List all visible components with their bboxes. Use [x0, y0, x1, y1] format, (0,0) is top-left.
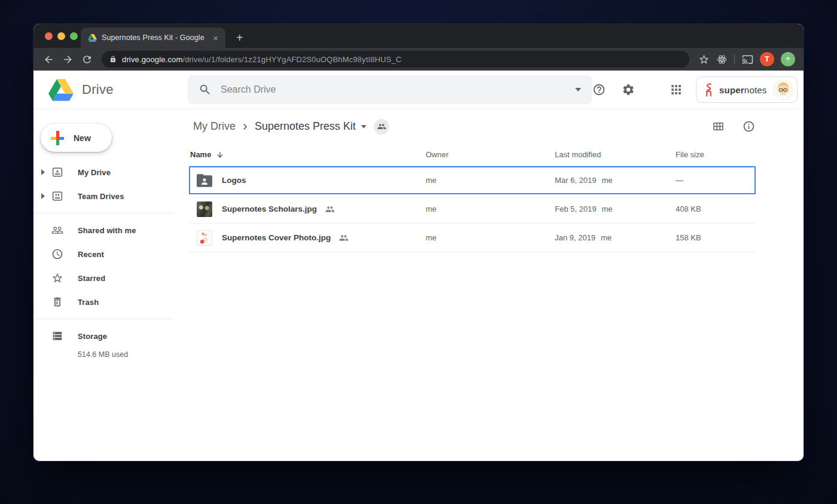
- file-name: Supernotes Cover Photo.jpg: [222, 233, 331, 242]
- shared-with-me-icon: [51, 224, 63, 236]
- sidebar-item-shared-with-me[interactable]: Shared with me: [33, 218, 188, 242]
- reload-button[interactable]: [78, 50, 96, 68]
- cast-icon: [742, 54, 753, 65]
- drive-app: Drive: [33, 71, 804, 461]
- file-size: 158 KB: [676, 233, 756, 242]
- sidebar-item-label: Recent: [78, 250, 104, 259]
- search-bar[interactable]: [188, 75, 592, 104]
- folder-menu-caret-icon[interactable]: [361, 125, 366, 129]
- grid-view-button[interactable]: [711, 120, 725, 134]
- table-row-cover-photo[interactable]: Supernotes Cover Photo.jpg me Jan 9, 201…: [189, 224, 756, 252]
- up-arrow-icon: [784, 56, 792, 63]
- expand-arrow-icon[interactable]: [41, 193, 51, 199]
- tab-strip: Supernotes Press Kit - Google × +: [33, 24, 804, 48]
- drive-brand[interactable]: Drive: [33, 79, 188, 101]
- new-tab-button[interactable]: +: [233, 28, 247, 48]
- column-header-modified[interactable]: Last modified: [555, 150, 676, 159]
- extension-button[interactable]: [713, 51, 730, 68]
- url-text: drive.google.com/drive/u/1/folders/1z21g…: [122, 55, 402, 64]
- sidebar-divider: [33, 319, 173, 319]
- bookmark-button[interactable]: [695, 51, 712, 68]
- toolbar-divider: [734, 54, 735, 65]
- sidebar-item-label: Starred: [78, 274, 105, 283]
- drive-favicon: [88, 34, 97, 42]
- table-row-logos[interactable]: Logos me Mar 6, 2019me —: [189, 166, 756, 195]
- table-row-scholars[interactable]: Supernotes Scholars.jpg me Feb 5, 2019me…: [189, 195, 756, 224]
- app-name: Drive: [82, 82, 114, 97]
- forward-icon: [62, 54, 74, 65]
- file-name: Logos: [222, 176, 246, 185]
- window-zoom-button[interactable]: [70, 32, 78, 40]
- file-name: Supernotes Scholars.jpg: [222, 204, 317, 213]
- supernotes-wordmark: supernotes: [719, 85, 767, 95]
- cast-button[interactable]: [739, 51, 756, 68]
- info-icon: [743, 120, 755, 133]
- file-table: Name Owner Last modified File size: [189, 143, 756, 252]
- storage-usage: 514.6 MB used: [78, 350, 188, 359]
- column-header-owner[interactable]: Owner: [426, 150, 555, 159]
- updater-extension-icon[interactable]: [781, 52, 795, 66]
- user-avatar[interactable]: [773, 80, 793, 100]
- browser-window: Supernotes Press Kit - Google × + drive.…: [33, 24, 804, 461]
- settings-button[interactable]: [621, 83, 636, 97]
- file-browser: My Drive Supernotes Press Kit: [188, 109, 804, 461]
- details-button[interactable]: [741, 120, 756, 134]
- sidebar-item-storage[interactable]: Storage: [33, 324, 188, 348]
- new-button[interactable]: New: [41, 124, 112, 152]
- app-body: New My Drive Team Drives: [33, 109, 804, 461]
- search-options-caret-icon[interactable]: [575, 88, 581, 91]
- back-button[interactable]: [39, 50, 57, 68]
- apps-grid-icon: [670, 83, 683, 96]
- column-header-name[interactable]: Name: [189, 150, 426, 159]
- sidebar-item-label: My Drive: [78, 168, 111, 177]
- window-close-button[interactable]: [45, 32, 53, 40]
- breadcrumb-current[interactable]: Supernotes Press Kit: [255, 120, 356, 133]
- breadcrumb-parent[interactable]: My Drive: [193, 120, 236, 133]
- grid-view-icon: [712, 120, 725, 133]
- sidebar-item-recent[interactable]: Recent: [33, 242, 188, 266]
- sidebar-item-trash[interactable]: Trash: [33, 290, 188, 314]
- column-header-size[interactable]: File size: [676, 150, 756, 159]
- storage-icon: [51, 330, 63, 342]
- expand-arrow-icon[interactable]: [41, 169, 51, 175]
- folder-shared-badge: [374, 119, 389, 135]
- google-apps-button[interactable]: [669, 83, 683, 97]
- forward-button[interactable]: [59, 50, 77, 68]
- new-button-label: New: [74, 133, 91, 143]
- sidebar-item-label: Team Drives: [78, 192, 124, 201]
- back-icon: [43, 54, 54, 65]
- sidebar-item-starred[interactable]: Starred: [33, 266, 188, 290]
- sidebar-item-team-drives[interactable]: Team Drives: [33, 184, 188, 208]
- atom-icon: [716, 54, 728, 65]
- address-bar[interactable]: drive.google.com/drive/u/1/folders/1z21g…: [102, 51, 689, 68]
- multicolor-plus-icon: [48, 129, 66, 147]
- bookmark-star-icon: [698, 54, 710, 65]
- browser-tab[interactable]: Supernotes Press Kit - Google ×: [81, 28, 225, 48]
- team-drives-icon: [51, 190, 63, 202]
- file-thumbnail: [197, 230, 212, 246]
- shared-people-icon: [325, 204, 335, 214]
- shared-folder-icon: [197, 174, 212, 187]
- gear-icon: [622, 83, 635, 96]
- file-owner: me: [426, 204, 555, 213]
- header-actions: supernotes: [592, 77, 804, 103]
- table-header: Name Owner Last modified File size: [189, 143, 756, 166]
- file-modified: Jan 9, 2019me: [555, 233, 676, 242]
- browser-profile-avatar[interactable]: T: [760, 52, 774, 66]
- tab-close-icon[interactable]: ×: [212, 33, 219, 42]
- sidebar-item-label: Storage: [78, 332, 107, 341]
- help-button[interactable]: [592, 83, 606, 97]
- drive-logo: [48, 79, 74, 101]
- sidebar: New My Drive Team Drives: [33, 109, 188, 461]
- account-badge[interactable]: supernotes: [696, 77, 798, 103]
- sidebar-item-my-drive[interactable]: My Drive: [33, 160, 188, 184]
- window-minimize-button[interactable]: [57, 32, 65, 40]
- search-icon: [198, 83, 212, 96]
- sidebar-nav: My Drive Team Drives Shared with me: [33, 160, 188, 359]
- search-input[interactable]: [221, 84, 566, 95]
- reload-icon: [81, 54, 93, 65]
- file-thumbnail: [197, 201, 212, 217]
- star-icon: [51, 272, 63, 284]
- file-size: —: [676, 176, 756, 185]
- sort-descending-icon[interactable]: [216, 151, 224, 159]
